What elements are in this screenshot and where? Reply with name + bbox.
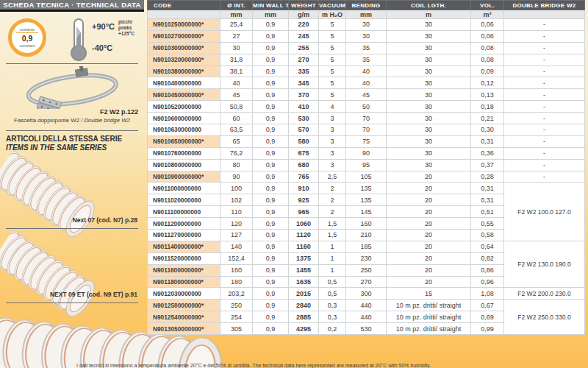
column-unit — [148, 10, 220, 19]
column-header: BENDING — [346, 1, 387, 10]
diameter-cell: 60 — [220, 113, 253, 124]
diameter-cell: 63,5 — [220, 124, 253, 136]
diameter-cell: 110 — [220, 206, 253, 218]
thermometer-icon — [68, 16, 90, 62]
volume-cell: 0,67 — [471, 300, 504, 311]
weight-cell: 675 — [289, 147, 319, 159]
bending-cell: 210 — [346, 230, 387, 241]
coil-cell: 20 — [387, 206, 471, 218]
vacuum-cell: 5 — [319, 30, 346, 42]
bending-cell: 160 — [346, 218, 387, 230]
coil-cell: 10 m pz. dritti/ straight — [387, 311, 471, 323]
weight-cell: 1120 — [289, 230, 319, 241]
vacuum-cell: 0,3 — [319, 311, 346, 323]
table-row: N9010400000000400,9345540300,12- — [148, 77, 585, 89]
badge-divider — [16, 32, 38, 33]
bending-cell: 75 — [346, 135, 387, 147]
vacuum-cell: 5 — [319, 89, 346, 101]
table-row: N9010650000000*650,9580375300,31- — [148, 135, 585, 147]
spec-table-head: CODEØ INT.MIN WALL TH.WEIGHTVACUUMBENDIN… — [148, 1, 585, 19]
wall-cell: 0,9 — [253, 264, 289, 276]
code-cell: N9010600000000 — [148, 113, 220, 124]
volume-cell: 0,31 — [471, 183, 504, 194]
weight-cell: 1635 — [289, 276, 319, 288]
bending-cell: 95 — [346, 159, 387, 171]
wall-cell: 0,9 — [253, 124, 289, 136]
table-row: N901052000000050,80,9410450300,18- — [148, 101, 585, 113]
double-bridge-cell: - — [504, 77, 585, 89]
wall-cell: 0,9 — [253, 147, 289, 159]
table-row: N9010600000000600,9530370300,21- — [148, 113, 585, 124]
code-cell: N9011000000000 — [148, 183, 220, 194]
weight-cell: 245 — [289, 30, 319, 42]
table-row: N9010250000000*25,40,9220530300,06- — [148, 19, 585, 31]
table-row: N9010270000000*270,9245530300,06- — [148, 30, 585, 42]
vacuum-cell: 3 — [319, 135, 346, 147]
double-bridge-cell: - — [504, 159, 585, 171]
code-cell: N9010380000000* — [148, 66, 220, 77]
vacuum-cell: 0,3 — [319, 300, 346, 311]
weight-cell: 270 — [289, 54, 319, 66]
volume-cell: 0,31 — [471, 135, 504, 147]
vacuum-cell: 1,5 — [319, 218, 346, 230]
coil-cell: 20 — [387, 230, 471, 241]
properties-row: costante 0,9 constant +90°C -40°C picchi… — [0, 12, 144, 63]
spec-table: CODEØ INT.MIN WALL TH.WEIGHTVACUUMBENDIN… — [147, 0, 585, 335]
double-bridge-cell: - — [504, 19, 585, 31]
table-row: N9010900000000*900,97652,5105200,28- — [148, 171, 585, 183]
volume-cell: 1,08 — [471, 288, 504, 300]
table-row: N9010380000000*38,10,9335540300,09- — [148, 66, 585, 77]
volume-cell: 0,96 — [471, 276, 504, 288]
diameter-cell: 31,8 — [220, 54, 253, 66]
double-bridge-cell: - — [504, 89, 585, 101]
volume-cell: 0,21 — [471, 113, 504, 124]
weight-cell: 925 — [289, 194, 319, 206]
table-row: N9010300000000*300,9255535300,08- — [148, 42, 585, 54]
double-bridge-cell: F2 W2 130.0 190.0 — [504, 241, 585, 288]
badge-value: 0,9 — [22, 34, 33, 43]
double-bridge-cell: - — [504, 66, 585, 77]
code-cell: N9010270000000* — [148, 30, 220, 42]
double-bridge-cell: - — [504, 30, 585, 42]
weight-cell: 220 — [289, 19, 319, 31]
double-bridge-cell: - — [504, 54, 585, 66]
code-cell: N9012030000000 — [148, 288, 220, 300]
coil-cell: 30 — [387, 30, 471, 42]
wall-cell: 0,9 — [253, 77, 289, 89]
vacuum-cell: 1 — [319, 252, 346, 264]
sidebar-divider — [6, 63, 138, 64]
code-cell: N9010630000000 — [148, 124, 220, 136]
diameter-cell: 50,8 — [220, 101, 253, 113]
temp-min-label: -40°C — [92, 43, 112, 52]
sidebar-header: SCHEDA TECNICA · TECHNICAL DATA — [0, 0, 144, 12]
wall-cell: 0,9 — [253, 288, 289, 300]
volume-cell: 0,99 — [471, 323, 504, 335]
table-row: N9012500000000*2500,928400,344010 m pz. … — [148, 300, 585, 311]
diameter-cell: 90 — [220, 171, 253, 183]
code-cell: N9013050000000* — [148, 323, 220, 335]
diameter-cell: 65 — [220, 135, 253, 147]
bending-cell: 70 — [346, 124, 387, 136]
coil-cell: 10 m pz. dritti/ straight — [387, 323, 471, 335]
weight-cell: 580 — [289, 135, 319, 147]
weight-cell: 255 — [289, 42, 319, 54]
temp-max-label: +90°C — [92, 22, 115, 31]
wall-cell: 0,9 — [253, 113, 289, 124]
code-cell: N9010250000000* — [148, 19, 220, 31]
weight-cell: 2885 — [289, 311, 319, 323]
column-unit: m H₂O — [319, 10, 346, 19]
code-cell: N9012540000000* — [148, 311, 220, 323]
wall-cell: 0,9 — [253, 171, 289, 183]
volume-cell: 0,55 — [471, 218, 504, 230]
bending-cell: 530 — [346, 323, 387, 335]
coil-cell: 30 — [387, 159, 471, 171]
volume-cell: 0,06 — [471, 30, 504, 42]
vacuum-cell: 0,5 — [319, 288, 346, 300]
volume-cell: 0,08 — [471, 54, 504, 66]
bending-cell: 135 — [346, 194, 387, 206]
volume-cell: 0,37 — [471, 159, 504, 171]
bending-cell: 135 — [346, 183, 387, 194]
diameter-cell: 80 — [220, 159, 253, 171]
bending-cell: 440 — [346, 300, 387, 311]
diameter-cell: 102 — [220, 194, 253, 206]
